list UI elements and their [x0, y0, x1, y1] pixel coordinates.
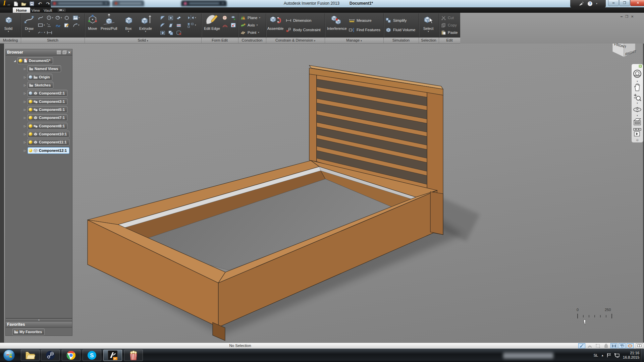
- save-button[interactable]: [29, 1, 35, 6]
- plane-button[interactable]: Plane▾: [240, 14, 265, 21]
- measure-button[interactable]: Measure: [349, 17, 382, 24]
- tree-item-component10[interactable]: ▷ Component10:1: [23, 131, 69, 137]
- browser-filter-icon[interactable]: [57, 50, 61, 54]
- orbit-dropdown-arrow-icon[interactable]: ▾: [637, 114, 638, 117]
- snap-angle-toggle-icon[interactable]: [578, 343, 585, 348]
- screen-layout-icon[interactable]: [633, 127, 642, 138]
- expand-arrow-icon[interactable]: ◢: [13, 59, 16, 62]
- solid-mode-button[interactable]: Solid▾: [3, 14, 14, 32]
- visibility-bulb-icon[interactable]: [29, 100, 32, 103]
- minimize-button[interactable]: ━: [608, 0, 619, 6]
- background-browser-tab-blurred[interactable]: [112, 0, 144, 6]
- expand-arrow-icon[interactable]: ▷: [23, 92, 26, 95]
- arc-display-toggle-icon[interactable]: [586, 343, 593, 348]
- body-constraint-button[interactable]: Body Constraint: [286, 26, 323, 33]
- open-file-button[interactable]: [21, 1, 27, 6]
- expand-arrow-icon[interactable]: ▷: [23, 141, 26, 144]
- chamfer-icon[interactable]: [160, 23, 168, 28]
- show-desktop-button[interactable]: [640, 349, 644, 362]
- copy-face-icon[interactable]: [176, 15, 184, 20]
- replace-face-icon[interactable]: [168, 30, 176, 35]
- doc-close-button[interactable]: ✕: [631, 15, 634, 18]
- insert-image-icon[interactable]: ▾: [73, 15, 82, 20]
- doc-minimize-button[interactable]: ━: [621, 15, 623, 18]
- background-browser-tab-blurred[interactable]: ✕: [181, 0, 227, 6]
- expand-arrow-icon[interactable]: ▷: [23, 100, 26, 103]
- tray-clock[interactable]: 21:1616.8.2015: [623, 351, 639, 360]
- polygon-tool-icon[interactable]: [64, 15, 73, 20]
- communication-center-icon[interactable]: [579, 1, 584, 6]
- draft-icon[interactable]: [168, 23, 176, 28]
- ellipse-tool-icon[interactable]: ▾: [55, 15, 64, 20]
- cut-button[interactable]: Cut: [441, 14, 459, 21]
- expand-arrow-icon[interactable]: ▷: [23, 116, 26, 119]
- lock-toggle-icon[interactable]: [602, 343, 609, 348]
- tree-item-document1[interactable]: ◢ Document1*: [13, 57, 53, 64]
- group-label-manage[interactable]: Manage ▾: [325, 38, 383, 42]
- fluid-volume-button[interactable]: Fluid Volume: [386, 26, 417, 33]
- copy-button[interactable]: Copy: [441, 22, 459, 28]
- taskbar-chrome-button[interactable]: [62, 350, 80, 361]
- tree-item-component8[interactable]: ▷ Component8:1: [23, 123, 67, 129]
- taskbar-explorer-button[interactable]: [21, 350, 40, 361]
- mirror-icon[interactable]: ▾: [187, 15, 201, 20]
- new-file-button[interactable]: [13, 1, 19, 6]
- shell-icon[interactable]: [160, 30, 168, 35]
- tab-home[interactable]: Home: [13, 7, 30, 13]
- move-button[interactable]: Move: [87, 14, 99, 31]
- visibility-bulb-icon[interactable]: [29, 132, 32, 136]
- expand-arrow-icon[interactable]: ▷: [23, 125, 26, 128]
- axis-button[interactable]: Axis▾: [240, 22, 265, 28]
- rectangle-tool-icon[interactable]: ▾: [38, 23, 47, 27]
- tree-item-component3[interactable]: ▷ Component3:1: [23, 98, 67, 105]
- panel-splitter[interactable]: ▲: [5, 318, 72, 321]
- extrude-button[interactable]: Extrude▾: [139, 14, 152, 32]
- free-orbit-toggle-icon[interactable]: [627, 343, 634, 348]
- help-book-icon[interactable]: [636, 343, 643, 348]
- tree-item-sketches[interactable]: ▷ Sketches: [23, 82, 53, 88]
- edit-sketch-icon[interactable]: [64, 23, 73, 27]
- grid-display-toggle-icon[interactable]: [619, 343, 626, 348]
- expand-arrow-icon[interactable]: ▷: [23, 84, 26, 87]
- visibility-bulb-icon[interactable]: [19, 59, 22, 62]
- tree-item-named-views[interactable]: ▷ Named Views: [23, 65, 61, 72]
- visibility-bulb-icon[interactable]: [29, 116, 32, 119]
- taskbar-skype-button[interactable]: S: [83, 350, 101, 361]
- spline-tool-icon[interactable]: [38, 15, 47, 20]
- steering-wheel-icon[interactable]: [633, 68, 642, 80]
- point-tool-icon[interactable]: [47, 23, 55, 27]
- pan-hand-icon[interactable]: [633, 83, 642, 93]
- browser-panels-icon[interactable]: [62, 50, 67, 54]
- tree-item-origin[interactable]: ▷ Origin: [23, 74, 52, 80]
- visibility-bulb-icon[interactable]: [29, 92, 32, 95]
- dimension-button[interactable]: Dimension: [286, 17, 323, 24]
- pattern-icon[interactable]: ▾: [187, 22, 201, 28]
- add-face-icon[interactable]: [230, 15, 239, 20]
- taskbar-popcorn-time-button[interactable]: [124, 350, 143, 361]
- close-button[interactable]: ✕: [630, 0, 644, 6]
- group-label-solid[interactable]: Solid ▾: [85, 38, 201, 42]
- favorites-panel-header[interactable]: Favorites: [6, 321, 72, 328]
- fillet-icon[interactable]: [160, 15, 168, 20]
- delete-face-icon[interactable]: [176, 30, 184, 35]
- dimension-display-toggle-icon[interactable]: [610, 343, 618, 348]
- visibility-bulb-icon[interactable]: [29, 140, 32, 144]
- visibility-bulb-icon[interactable]: [29, 124, 32, 128]
- wheel-dropdown-arrow-icon[interactable]: ▾: [637, 80, 638, 83]
- action-center-flag-icon[interactable]: [607, 353, 611, 358]
- taskbar-inventor-fusion-button[interactable]: F: [103, 350, 122, 361]
- tab-overflow-button[interactable]: ▾: [58, 8, 66, 12]
- tree-item-component2[interactable]: ▷ Component2:1: [23, 90, 67, 97]
- browser-close-icon[interactable]: ✕: [68, 51, 71, 54]
- press-pull-button[interactable]: Press/Pull: [101, 14, 117, 31]
- uniform-scale-icon[interactable]: [230, 22, 239, 28]
- navbar-collapse-icon[interactable]: ⊖: [636, 138, 639, 142]
- construction-line-icon[interactable]: ▾: [38, 31, 47, 34]
- tab-vault[interactable]: Vault: [40, 7, 55, 13]
- doc-restore-button[interactable]: ❐: [625, 15, 628, 18]
- circle-tool-icon[interactable]: ▾: [47, 15, 55, 20]
- zoom-icon[interactable]: [633, 93, 642, 102]
- edit-edge-button[interactable]: Edit Edge: [204, 14, 220, 31]
- edit-form-icon[interactable]: [222, 15, 230, 20]
- tree-item-component5[interactable]: ▷ Component5:1: [23, 106, 67, 113]
